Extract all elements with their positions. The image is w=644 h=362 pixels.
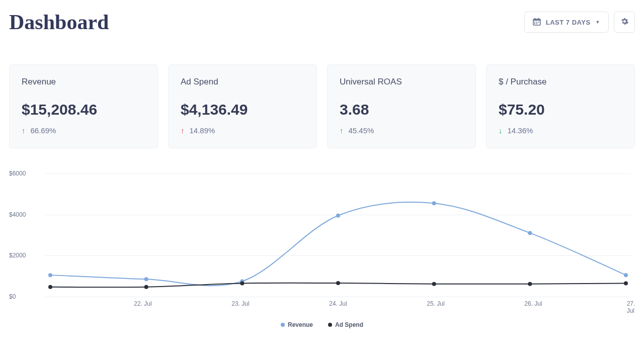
arrow-up-icon: ↑: [181, 126, 185, 135]
metric-card-per-purchase: $ / Purchase $75.20 ↓ 14.36%: [486, 64, 635, 148]
card-delta-value: 14.36%: [508, 126, 533, 135]
x-tick: 22. Jul: [134, 300, 151, 307]
y-tick: $4000: [9, 211, 26, 218]
card-delta-value: 66.69%: [31, 126, 56, 135]
card-value: 3.68: [340, 101, 463, 118]
chart: $0 $2000 $4000 $6000 22. Jul 23. Jul 24.…: [9, 173, 635, 314]
svg-rect-4: [534, 22, 535, 23]
arrow-up-icon: ↑: [22, 126, 26, 135]
settings-button[interactable]: [614, 12, 635, 33]
chart-legend: Revenue Ad Spend: [9, 321, 635, 328]
data-point[interactable]: [48, 273, 52, 277]
x-tick: 26. Jul: [524, 300, 542, 307]
data-point[interactable]: [336, 281, 340, 285]
data-point[interactable]: [240, 281, 244, 285]
calendar-icon: [533, 18, 541, 27]
card-delta: ↑ 66.69%: [22, 126, 145, 135]
y-tick: $0: [9, 293, 16, 300]
card-value: $15,208.46: [22, 101, 145, 118]
card-delta: ↓ 14.36%: [499, 126, 622, 135]
header-controls: LAST 7 DAYS ▼: [524, 12, 635, 33]
x-tick: 23. Jul: [231, 300, 249, 307]
card-title: Universal ROAS: [340, 77, 463, 87]
svg-rect-3: [538, 18, 539, 20]
card-delta-value: 45.45%: [349, 126, 374, 135]
data-point[interactable]: [336, 214, 340, 218]
svg-rect-5: [536, 22, 537, 23]
data-point[interactable]: [624, 281, 628, 285]
caret-down-icon: ▼: [596, 20, 600, 25]
data-point[interactable]: [144, 277, 148, 281]
y-tick: $6000: [9, 170, 26, 177]
legend-item-revenue[interactable]: Revenue: [281, 321, 313, 328]
data-point[interactable]: [432, 282, 436, 286]
data-point[interactable]: [528, 282, 532, 286]
card-title: Ad Spend: [181, 77, 304, 87]
x-tick: 27. Jul: [627, 300, 635, 314]
arrow-down-icon: ↓: [499, 126, 503, 135]
svg-rect-8: [536, 23, 537, 24]
card-delta: ↑ 45.45%: [340, 126, 463, 135]
x-tick: 24. Jul: [329, 300, 347, 307]
data-point[interactable]: [432, 201, 436, 205]
legend-label: Revenue: [288, 321, 313, 328]
date-range-button[interactable]: LAST 7 DAYS ▼: [524, 12, 609, 33]
metric-card-adspend: Ad Spend $4,136.49 ↑ 14.89%: [168, 64, 317, 148]
data-point[interactable]: [528, 231, 532, 235]
metric-cards: Revenue $15,208.46 ↑ 66.69% Ad Spend $4,…: [9, 64, 635, 148]
svg-rect-6: [538, 22, 539, 23]
arrow-up-icon: ↑: [340, 126, 344, 135]
legend-dot-icon: [328, 323, 332, 327]
data-point[interactable]: [624, 273, 628, 277]
card-delta: ↑ 14.89%: [181, 126, 304, 135]
card-title: Revenue: [22, 77, 145, 87]
card-value: $4,136.49: [181, 101, 304, 118]
date-range-label: LAST 7 DAYS: [546, 19, 591, 26]
page-title: Dashboard: [9, 10, 109, 34]
gridline: [45, 297, 631, 297]
legend-dot-icon: [281, 323, 285, 327]
metric-card-revenue: Revenue $15,208.46 ↑ 66.69%: [9, 64, 158, 148]
data-point[interactable]: [48, 285, 52, 289]
x-tick: 25. Jul: [427, 300, 444, 307]
chart-svg: [45, 173, 631, 297]
card-delta-value: 14.89%: [190, 126, 215, 135]
data-point[interactable]: [144, 285, 148, 289]
legend-item-adspend[interactable]: Ad Spend: [328, 321, 363, 328]
y-tick: $2000: [9, 252, 26, 259]
card-value: $75.20: [499, 101, 622, 118]
card-title: $ / Purchase: [499, 77, 622, 87]
gear-icon: [621, 18, 628, 27]
metric-card-roas: Universal ROAS 3.68 ↑ 45.45%: [327, 64, 476, 148]
legend-label: Ad Spend: [335, 321, 363, 328]
svg-rect-7: [534, 23, 535, 24]
svg-rect-1: [533, 19, 540, 21]
svg-rect-2: [534, 18, 535, 20]
